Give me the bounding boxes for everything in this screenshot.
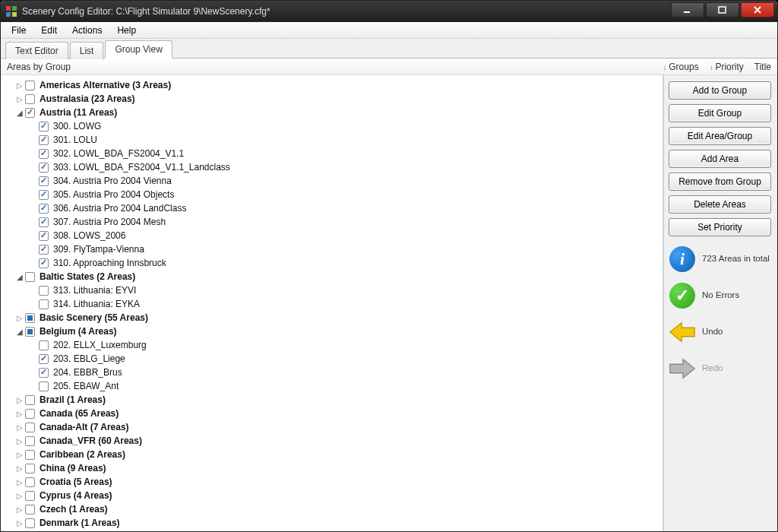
tree-item-row[interactable]: 204. EBBR_Brus <box>4 366 663 379</box>
tree-item-row[interactable]: 202. ELLX_Luxemburg <box>4 338 663 352</box>
tree-checkbox[interactable] <box>39 217 49 227</box>
tree-item-row[interactable]: 203. EBLG_Liege <box>4 352 663 366</box>
tree-item-row[interactable]: 308. LOWS_2006 <box>4 229 663 242</box>
tree-group-row[interactable]: ◢Belgium (4 Areas) <box>4 325 663 338</box>
tree-item-row[interactable]: 301. LOLU <box>4 133 663 147</box>
expand-icon[interactable]: ▷ <box>14 408 25 419</box>
tree-checkbox[interactable] <box>39 122 49 131</box>
tree-group-row[interactable]: ▷Caribbean (2 Areas) <box>4 448 663 461</box>
menu-help[interactable]: Help <box>109 24 144 37</box>
tree-group-row[interactable]: ▷Americas Alternative (3 Areas) <box>4 78 663 92</box>
tab-text-editor[interactable]: Text Editor <box>5 42 68 59</box>
tree-checkbox[interactable] <box>25 423 35 432</box>
tree-item-row[interactable]: 300. LOWG <box>4 119 663 133</box>
tree-item-row[interactable]: 310. Approaching Innsbruck <box>4 256 663 270</box>
collapse-icon[interactable]: ◢ <box>14 271 25 282</box>
expand-icon[interactable]: ▷ <box>14 449 25 460</box>
group-tree[interactable]: ▷Americas Alternative (3 Areas)▷Australa… <box>1 75 663 531</box>
close-button[interactable] <box>741 2 774 17</box>
tree-checkbox[interactable] <box>25 395 35 405</box>
edit-group-button[interactable]: Edit Group <box>669 104 771 122</box>
col-title[interactable]: Title <box>754 62 771 72</box>
tree-group-row[interactable]: ▷Canada-Alt (7 Areas) <box>4 420 663 434</box>
tree-item-row[interactable]: 309. FlyTampa-Vienna <box>4 242 663 256</box>
tree-item-row[interactable]: 306. Austria Pro 2004 LandClass <box>4 201 663 215</box>
tab-group-view[interactable]: Group View <box>105 40 172 59</box>
tree-checkbox[interactable] <box>39 163 49 173</box>
expand-icon[interactable]: ▷ <box>14 463 25 473</box>
tree-group-row[interactable]: ▷Australasia (23 Areas) <box>4 92 663 106</box>
tree-checkbox[interactable] <box>25 491 35 501</box>
tree-item-row[interactable]: 302. LOWL_BDA_FS2004_V1.1 <box>4 147 663 160</box>
tree-checkbox[interactable] <box>25 108 35 118</box>
tab-list[interactable]: List <box>70 42 104 59</box>
tree-checkbox[interactable] <box>39 286 49 296</box>
tree-item-row[interactable]: 305. Austria Pro 2004 Objects <box>4 188 663 201</box>
expand-icon[interactable]: ▷ <box>14 93 25 104</box>
tree-checkbox[interactable] <box>39 299 49 309</box>
tree-checkbox[interactable] <box>39 368 49 378</box>
expand-icon[interactable]: ▷ <box>14 435 25 446</box>
tree-checkbox[interactable] <box>25 272 35 282</box>
tree-checkbox[interactable] <box>39 176 49 186</box>
tree-checkbox[interactable] <box>39 231 49 241</box>
tree-checkbox[interactable] <box>39 340 49 350</box>
maximize-button[interactable] <box>706 2 739 17</box>
remove-from-group-button[interactable]: Remove from Group <box>669 173 771 191</box>
tree-item-row[interactable]: 314. Lithuania: EYKA <box>4 297 663 311</box>
menu-file[interactable]: File <box>4 24 33 37</box>
tree-checkbox[interactable] <box>39 135 49 145</box>
collapse-icon[interactable]: ◢ <box>14 326 25 337</box>
tree-checkbox[interactable] <box>39 245 49 255</box>
edit-area-group-button[interactable]: Edit Area/Group <box>669 127 771 145</box>
tree-checkbox[interactable] <box>25 518 35 528</box>
tree-checkbox[interactable] <box>39 354 49 364</box>
tree-group-row[interactable]: ▷Basic Scenery (55 Areas) <box>4 311 663 325</box>
tree-group-row[interactable]: ▷Croatia (5 Areas) <box>4 475 663 489</box>
expand-icon[interactable]: ▷ <box>14 394 25 405</box>
expand-icon[interactable]: ▷ <box>14 490 25 501</box>
tree-checkbox[interactable] <box>39 149 49 159</box>
tree-item-row[interactable]: 303. LOWL_BDA_FS2004_V1.1_Landclass <box>4 160 663 174</box>
set-priority-button[interactable]: Set Priority <box>669 218 771 236</box>
tree-group-row[interactable]: ▷Cyprus (4 Areas) <box>4 489 663 502</box>
undo-button[interactable]: Undo <box>669 318 771 346</box>
col-areas-by-group[interactable]: Areas by Group <box>7 62 663 72</box>
tree-checkbox[interactable] <box>25 409 35 419</box>
tree-checkbox[interactable] <box>25 313 35 323</box>
add-area-button[interactable]: Add Area <box>669 150 771 168</box>
col-priority[interactable]: Priority <box>710 62 744 72</box>
delete-areas-button[interactable]: Delete Areas <box>669 195 771 214</box>
tree-checkbox[interactable] <box>25 327 35 337</box>
tree-group-row[interactable]: ◢Baltic States (2 Areas) <box>4 270 663 283</box>
expand-icon[interactable]: ▷ <box>14 80 25 90</box>
tree-checkbox[interactable] <box>25 505 35 515</box>
col-groups[interactable]: Groups <box>663 62 699 72</box>
tree-group-row[interactable]: ◢Austria (11 Areas) <box>4 106 663 119</box>
expand-icon[interactable]: ▷ <box>14 504 25 515</box>
tree-checkbox[interactable] <box>25 436 35 446</box>
menu-edit[interactable]: Edit <box>33 24 65 37</box>
tree-group-row[interactable]: ▷Canada (65 Areas) <box>4 407 663 420</box>
expand-icon[interactable]: ▷ <box>14 518 25 528</box>
expand-icon[interactable]: ▷ <box>14 422 25 432</box>
tree-checkbox[interactable] <box>25 477 35 487</box>
tree-checkbox[interactable] <box>25 450 35 460</box>
add-to-group-button[interactable]: Add to Group <box>669 81 771 100</box>
tree-checkbox[interactable] <box>25 94 35 104</box>
tree-checkbox[interactable] <box>39 258 49 268</box>
menu-actions[interactable]: Actions <box>65 24 109 37</box>
tree-group-row[interactable]: ▷Brazil (1 Areas) <box>4 393 663 407</box>
tree-item-row[interactable]: 205. EBAW_Ant <box>4 379 663 393</box>
tree-checkbox[interactable] <box>25 81 35 90</box>
tree-item-row[interactable]: 313. Lithuania: EYVI <box>4 283 663 297</box>
expand-icon[interactable]: ▷ <box>14 312 25 323</box>
tree-group-row[interactable]: ▷Canada_VFR (60 Areas) <box>4 434 663 448</box>
collapse-icon[interactable]: ◢ <box>14 107 25 118</box>
tree-group-row[interactable]: ▷Czech (1 Areas) <box>4 502 663 516</box>
tree-checkbox[interactable] <box>39 204 49 214</box>
tree-checkbox[interactable] <box>25 464 35 473</box>
tree-group-row[interactable]: ▷China (9 Areas) <box>4 461 663 475</box>
tree-checkbox[interactable] <box>39 190 49 200</box>
tree-checkbox[interactable] <box>39 382 49 391</box>
